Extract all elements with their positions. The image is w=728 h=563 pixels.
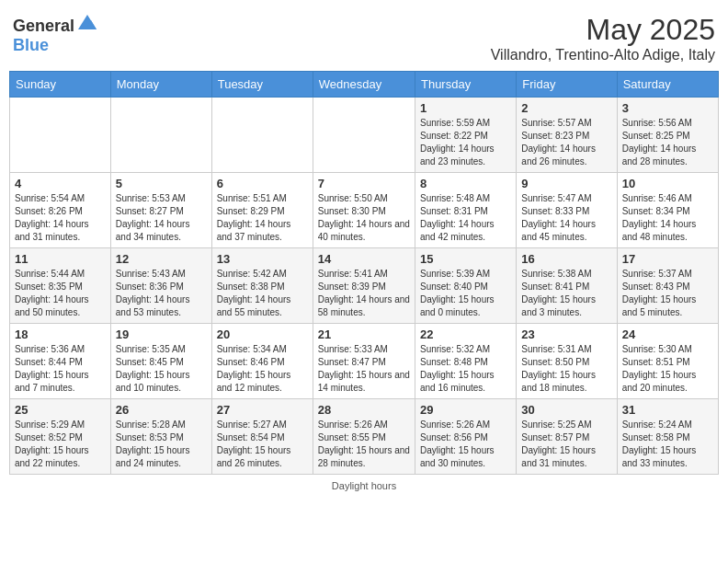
calendar-cell: 16Sunrise: 5:38 AM Sunset: 8:41 PM Dayli… (517, 248, 617, 324)
day-number: 19 (116, 327, 207, 341)
footer-note: Daylight hours (9, 480, 719, 491)
calendar-cell: 24Sunrise: 5:30 AM Sunset: 8:51 PM Dayli… (617, 324, 718, 399)
day-info: Sunrise: 5:54 AM Sunset: 8:26 PM Dayligh… (15, 192, 106, 244)
calendar-cell: 10Sunrise: 5:46 AM Sunset: 8:34 PM Dayli… (617, 173, 718, 248)
weekday-header-wednesday: Wednesday (313, 72, 415, 98)
calendar-cell: 3Sunrise: 5:56 AM Sunset: 8:25 PM Daylig… (617, 98, 718, 173)
day-info: Sunrise: 5:42 AM Sunset: 8:38 PM Dayligh… (217, 268, 308, 319)
day-number: 17 (622, 252, 713, 266)
day-info: Sunrise: 5:39 AM Sunset: 8:40 PM Dayligh… (420, 268, 511, 319)
logo-blue: Blue (13, 36, 49, 54)
calendar-cell: 1Sunrise: 5:59 AM Sunset: 8:22 PM Daylig… (415, 98, 516, 173)
calendar-cell: 12Sunrise: 5:43 AM Sunset: 8:36 PM Dayli… (110, 248, 211, 324)
subtitle: Villandro, Trentino-Alto Adige, Italy (491, 47, 715, 63)
calendar-cell: 31Sunrise: 5:24 AM Sunset: 8:58 PM Dayli… (617, 399, 718, 475)
calendar-cell: 7Sunrise: 5:50 AM Sunset: 8:30 PM Daylig… (313, 173, 415, 248)
logo-general: General (13, 17, 74, 35)
day-info: Sunrise: 5:29 AM Sunset: 8:52 PM Dayligh… (15, 419, 106, 470)
calendar-cell: 20Sunrise: 5:34 AM Sunset: 8:46 PM Dayli… (211, 324, 313, 399)
day-info: Sunrise: 5:57 AM Sunset: 8:23 PM Dayligh… (521, 117, 611, 168)
weekday-header-saturday: Saturday (617, 72, 718, 98)
header: General Blue May 2025 Villandro, Trentin… (9, 9, 719, 63)
day-number: 28 (318, 403, 410, 417)
day-number: 18 (15, 327, 106, 341)
day-info: Sunrise: 5:33 AM Sunset: 8:47 PM Dayligh… (318, 343, 410, 395)
day-info: Sunrise: 5:50 AM Sunset: 8:30 PM Dayligh… (318, 192, 410, 244)
calendar-cell: 27Sunrise: 5:27 AM Sunset: 8:54 PM Dayli… (211, 399, 313, 475)
day-number: 27 (217, 403, 308, 417)
day-info: Sunrise: 5:36 AM Sunset: 8:44 PM Dayligh… (15, 343, 106, 395)
day-number: 14 (318, 252, 410, 266)
day-number: 7 (318, 177, 410, 190)
day-info: Sunrise: 5:41 AM Sunset: 8:39 PM Dayligh… (318, 268, 410, 319)
weekday-header-sunday: Sunday (10, 72, 111, 98)
calendar-cell: 25Sunrise: 5:29 AM Sunset: 8:52 PM Dayli… (10, 399, 111, 475)
day-info: Sunrise: 5:47 AM Sunset: 8:33 PM Dayligh… (521, 192, 611, 244)
day-number: 23 (521, 327, 611, 341)
day-number: 26 (116, 403, 207, 417)
calendar-cell (10, 98, 111, 173)
day-number: 3 (622, 101, 713, 115)
calendar-cell: 29Sunrise: 5:26 AM Sunset: 8:56 PM Dayli… (415, 399, 516, 475)
calendar-cell: 14Sunrise: 5:41 AM Sunset: 8:39 PM Dayli… (313, 248, 415, 324)
weekday-header-tuesday: Tuesday (211, 72, 313, 98)
logo-icon (76, 13, 98, 31)
day-number: 6 (217, 177, 308, 190)
calendar-cell: 2Sunrise: 5:57 AM Sunset: 8:23 PM Daylig… (517, 98, 617, 173)
logo: General Blue (13, 13, 98, 55)
day-info: Sunrise: 5:31 AM Sunset: 8:50 PM Dayligh… (521, 343, 611, 395)
day-info: Sunrise: 5:44 AM Sunset: 8:35 PM Dayligh… (15, 268, 106, 319)
day-number: 11 (15, 252, 106, 266)
day-info: Sunrise: 5:25 AM Sunset: 8:57 PM Dayligh… (521, 419, 611, 470)
day-info: Sunrise: 5:59 AM Sunset: 8:22 PM Dayligh… (420, 117, 511, 168)
day-info: Sunrise: 5:34 AM Sunset: 8:46 PM Dayligh… (217, 343, 308, 395)
calendar-cell: 13Sunrise: 5:42 AM Sunset: 8:38 PM Dayli… (211, 248, 313, 324)
day-number: 30 (521, 403, 611, 417)
day-info: Sunrise: 5:26 AM Sunset: 8:55 PM Dayligh… (318, 419, 410, 470)
day-info: Sunrise: 5:32 AM Sunset: 8:48 PM Dayligh… (420, 343, 511, 395)
calendar-cell: 23Sunrise: 5:31 AM Sunset: 8:50 PM Dayli… (517, 324, 617, 399)
day-number: 4 (15, 177, 106, 190)
calendar-cell: 9Sunrise: 5:47 AM Sunset: 8:33 PM Daylig… (517, 173, 617, 248)
calendar-cell (110, 98, 211, 173)
day-number: 29 (420, 403, 511, 417)
day-info: Sunrise: 5:38 AM Sunset: 8:41 PM Dayligh… (521, 268, 611, 319)
weekday-header-friday: Friday (517, 72, 617, 98)
day-number: 20 (217, 327, 308, 341)
day-info: Sunrise: 5:37 AM Sunset: 8:43 PM Dayligh… (622, 268, 713, 319)
calendar-cell: 28Sunrise: 5:26 AM Sunset: 8:55 PM Dayli… (313, 399, 415, 475)
calendar-cell: 19Sunrise: 5:35 AM Sunset: 8:45 PM Dayli… (110, 324, 211, 399)
calendar-cell: 30Sunrise: 5:25 AM Sunset: 8:57 PM Dayli… (517, 399, 617, 475)
title-area: May 2025 Villandro, Trentino-Alto Adige,… (491, 13, 715, 63)
calendar-cell: 18Sunrise: 5:36 AM Sunset: 8:44 PM Dayli… (10, 324, 111, 399)
day-info: Sunrise: 5:35 AM Sunset: 8:45 PM Dayligh… (116, 343, 207, 395)
day-number: 13 (217, 252, 308, 266)
weekday-header-monday: Monday (110, 72, 211, 98)
day-number: 2 (521, 101, 611, 115)
calendar-cell (211, 98, 313, 173)
calendar-cell: 11Sunrise: 5:44 AM Sunset: 8:35 PM Dayli… (10, 248, 111, 324)
day-info: Sunrise: 5:56 AM Sunset: 8:25 PM Dayligh… (622, 117, 713, 168)
day-info: Sunrise: 5:26 AM Sunset: 8:56 PM Dayligh… (420, 419, 511, 470)
day-number: 22 (420, 327, 511, 341)
calendar-cell: 21Sunrise: 5:33 AM Sunset: 8:47 PM Dayli… (313, 324, 415, 399)
day-info: Sunrise: 5:53 AM Sunset: 8:27 PM Dayligh… (116, 192, 207, 244)
day-number: 1 (420, 101, 511, 115)
day-number: 15 (420, 252, 511, 266)
day-info: Sunrise: 5:27 AM Sunset: 8:54 PM Dayligh… (217, 419, 308, 470)
calendar-table: SundayMondayTuesdayWednesdayThursdayFrid… (9, 71, 719, 475)
day-number: 31 (622, 403, 713, 417)
day-number: 8 (420, 177, 511, 190)
day-info: Sunrise: 5:48 AM Sunset: 8:31 PM Dayligh… (420, 192, 511, 244)
calendar-cell: 26Sunrise: 5:28 AM Sunset: 8:53 PM Dayli… (110, 399, 211, 475)
day-info: Sunrise: 5:28 AM Sunset: 8:53 PM Dayligh… (116, 419, 207, 470)
day-info: Sunrise: 5:46 AM Sunset: 8:34 PM Dayligh… (622, 192, 713, 244)
day-number: 12 (116, 252, 207, 266)
day-number: 9 (521, 177, 611, 190)
day-number: 21 (318, 327, 410, 341)
day-info: Sunrise: 5:24 AM Sunset: 8:58 PM Dayligh… (622, 419, 713, 470)
day-info: Sunrise: 5:43 AM Sunset: 8:36 PM Dayligh… (116, 268, 207, 319)
day-number: 25 (15, 403, 106, 417)
calendar-cell (313, 98, 415, 173)
day-info: Sunrise: 5:30 AM Sunset: 8:51 PM Dayligh… (622, 343, 713, 395)
